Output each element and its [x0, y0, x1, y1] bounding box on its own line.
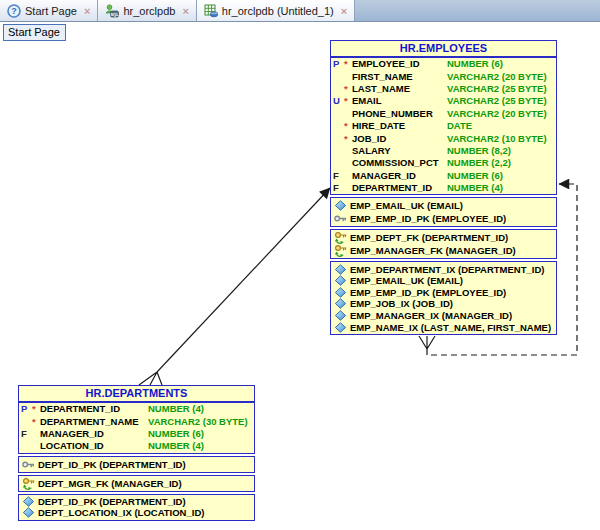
- column-name: JOB_ID: [352, 133, 447, 145]
- column-name: FIRST_NAME: [352, 71, 447, 83]
- column-type: VARCHAR2 (20 BYTE): [447, 71, 554, 83]
- fk-key-icon: [22, 477, 35, 490]
- table-hr-employees[interactable]: HR.EMPLOYEES P*EMPLOYEE_IDNUMBER (6) FIR…: [330, 40, 557, 335]
- column-type: NUMBER (4): [148, 403, 252, 415]
- required-star: *: [344, 95, 352, 107]
- tab-model[interactable]: hr_orclpdb (Untitled_1) ×: [197, 0, 355, 21]
- key-marker: F: [333, 170, 344, 182]
- key-row: EMP_EMAIL_UK (EMAIL): [331, 199, 556, 212]
- diamond-icon: [334, 286, 347, 298]
- index-label: EMP_DEPARTMENT_IX (DEPARTMENT_ID): [350, 264, 544, 275]
- index-label: EMP_EMAIL_UK (EMAIL): [350, 275, 463, 286]
- column-type: VARCHAR2 (25 BYTE): [447, 83, 554, 95]
- tab-start-page[interactable]: ? Start Page ×: [0, 0, 98, 21]
- diamond-icon: [334, 263, 347, 275]
- key-marker: P: [333, 58, 344, 70]
- key-label: EMP_EMP_ID_PK (EMPLOYEE_ID): [350, 213, 506, 224]
- index-label: EMP_NAME_IX (LAST_NAME, FIRST_NAME): [350, 322, 551, 333]
- key-row: EMP_EMP_ID_PK (EMPLOYEE_ID): [331, 212, 556, 225]
- key-marker: F: [333, 182, 344, 194]
- index-row: DEPT_LOCATION_IX (LOCATION_ID): [19, 507, 254, 519]
- column-name: LAST_NAME: [352, 83, 447, 95]
- fk-label: EMP_DEPT_FK (DEPARTMENT_ID): [350, 232, 508, 243]
- tab-bar: ? Start Page × SQL hr_orclpdb × hr_orclp…: [0, 0, 600, 22]
- key-marker: P: [21, 403, 32, 415]
- required-star: *: [344, 58, 352, 70]
- help-icon: ?: [7, 4, 21, 18]
- close-icon[interactable]: ×: [182, 5, 188, 17]
- table-hr-departments[interactable]: HR.DEPARTMENTS P*DEPARTMENT_IDNUMBER (4)…: [18, 385, 255, 521]
- key-icon: [334, 212, 347, 225]
- column-type: NUMBER (6): [148, 428, 252, 440]
- diamond-icon: [334, 310, 347, 322]
- close-icon[interactable]: ×: [84, 5, 90, 17]
- indexes-section: EMP_DEPARTMENT_IX (DEPARTMENT_ID) EMP_EM…: [330, 261, 557, 335]
- fk-label: DEPT_MGR_FK (MANAGER_ID): [38, 478, 182, 489]
- svg-text:SQL: SQL: [111, 11, 120, 16]
- table-title: HR.EMPLOYEES: [331, 41, 556, 58]
- required-star: *: [32, 416, 40, 428]
- column-type: NUMBER (4): [148, 440, 252, 452]
- indexes-section: DEPT_ID_PK (DEPARTMENT_ID) DEPT_LOCATION…: [18, 494, 255, 521]
- column-row: FIRST_NAMEVARCHAR2 (20 BYTE): [331, 70, 556, 82]
- index-label: EMP_MANAGER_IX (MANAGER_ID): [350, 310, 512, 321]
- index-row: EMP_DEPARTMENT_IX (DEPARTMENT_ID): [331, 263, 556, 275]
- column-row: *JOB_IDVARCHAR2 (10 BYTE): [331, 132, 556, 144]
- column-row: P*DEPARTMENT_IDNUMBER (4): [19, 403, 254, 415]
- diamond-icon: [334, 199, 347, 212]
- column-name: SALARY: [352, 145, 447, 157]
- index-row: EMP_NAME_IX (LAST_NAME, FIRST_NAME): [331, 321, 556, 333]
- fk-row: EMP_MANAGER_FK (MANAGER_ID): [331, 244, 556, 257]
- column-type: NUMBER (6): [447, 170, 554, 182]
- key-label: EMP_EMAIL_UK (EMAIL): [350, 200, 463, 211]
- column-row: LOCATION_IDNUMBER (4): [19, 440, 254, 452]
- tab-label: hr_orclpdb (Untitled_1): [222, 5, 334, 17]
- column-type: NUMBER (6): [447, 58, 554, 70]
- index-label: EMP_EMP_ID_PK (EMPLOYEE_ID): [350, 287, 506, 298]
- data-model-icon: [204, 4, 218, 18]
- column-list: P*EMPLOYEE_IDNUMBER (6) FIRST_NAMEVARCHA…: [331, 58, 556, 194]
- key-marker: U: [333, 95, 344, 107]
- key-marker: F: [21, 428, 32, 440]
- keys-section: EMP_EMAIL_UK (EMAIL) EMP_EMP_ID_PK (EMPL…: [330, 197, 557, 227]
- column-row: *DEPARTMENT_NAMEVARCHAR2 (30 BYTE): [19, 415, 254, 427]
- key-row: DEPT_ID_PK (DEPARTMENT_ID): [19, 458, 254, 471]
- column-row: FMANAGER_IDNUMBER (6): [331, 170, 556, 182]
- column-row: *LAST_NAMEVARCHAR2 (25 BYTE): [331, 83, 556, 95]
- column-row: FMANAGER_IDNUMBER (6): [19, 428, 254, 440]
- diamond-icon: [22, 507, 35, 519]
- column-name: MANAGER_ID: [40, 428, 148, 440]
- column-name: DEPARTMENT_ID: [352, 182, 447, 194]
- column-name: LOCATION_ID: [40, 440, 148, 452]
- column-name: PHONE_NUMBER: [352, 108, 447, 120]
- column-name: DEPARTMENT_NAME: [40, 416, 148, 428]
- column-name: MANAGER_ID: [352, 170, 447, 182]
- index-row: EMP_JOB_IX (JOB_ID): [331, 298, 556, 310]
- column-row: FDEPARTMENT_IDNUMBER (4): [331, 182, 556, 194]
- required-star: *: [344, 133, 352, 145]
- required-star: *: [344, 83, 352, 95]
- tab-label: hr_orclpdb: [123, 5, 175, 17]
- diamond-icon: [334, 321, 347, 333]
- start-page-tooltip: Start Page: [3, 24, 66, 41]
- column-type: VARCHAR2 (25 BYTE): [447, 95, 554, 107]
- index-row: EMP_EMP_ID_PK (EMPLOYEE_ID): [331, 286, 556, 298]
- column-name: COMMISSION_PCT: [352, 157, 447, 169]
- keys-section: DEPT_ID_PK (DEPARTMENT_ID): [18, 456, 255, 473]
- diamond-icon: [334, 298, 347, 310]
- column-row: P*EMPLOYEE_IDNUMBER (6): [331, 58, 556, 70]
- column-list: P*DEPARTMENT_IDNUMBER (4) *DEPARTMENT_NA…: [19, 403, 254, 453]
- diamond-icon: [334, 275, 347, 287]
- fk-row: DEPT_MGR_FK (MANAGER_ID): [19, 477, 254, 490]
- index-row: EMP_EMAIL_UK (EMAIL): [331, 275, 556, 287]
- sql-worksheet-icon: SQL: [105, 4, 119, 18]
- foreign-keys-section: EMP_DEPT_FK (DEPARTMENT_ID) EMP_MANAGER_…: [330, 229, 557, 259]
- column-row: U*EMAILVARCHAR2 (25 BYTE): [331, 95, 556, 107]
- fk-key-icon: [334, 244, 347, 257]
- column-name: HIRE_DATE: [352, 120, 447, 132]
- required-star: *: [344, 120, 352, 132]
- close-icon[interactable]: ×: [341, 5, 347, 17]
- column-row: *HIRE_DATEDATE: [331, 120, 556, 132]
- tab-worksheet[interactable]: SQL hr_orclpdb ×: [98, 0, 196, 21]
- key-icon: [22, 458, 35, 471]
